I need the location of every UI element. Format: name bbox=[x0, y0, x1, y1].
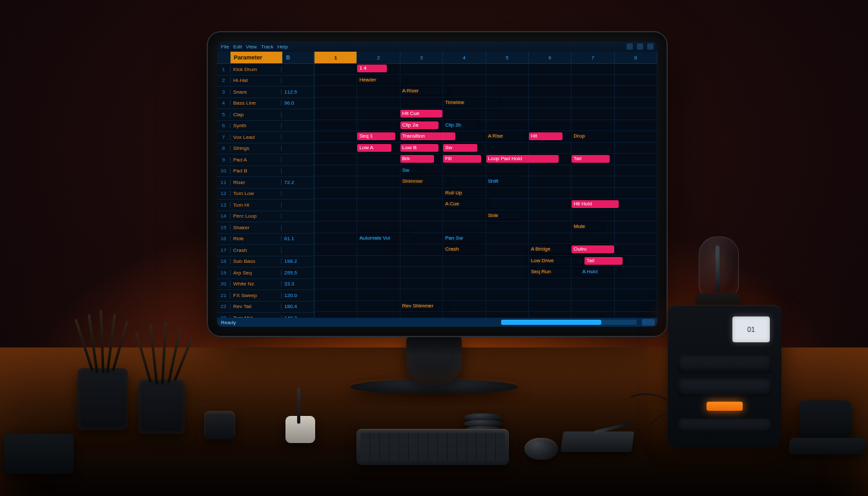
time-column-header[interactable]: 8 bbox=[615, 52, 657, 63]
timeline-clip[interactable]: Loop Pad Hold bbox=[486, 155, 559, 163]
track-row[interactable]: 15ShakerGate bbox=[217, 222, 314, 234]
track-row[interactable]: 10Pad BPad Sw bbox=[217, 166, 314, 178]
timeline-lane[interactable]: Timeline bbox=[315, 98, 657, 109]
menu-item[interactable]: Track bbox=[261, 44, 274, 50]
timeline-clip[interactable]: Hit Cue bbox=[400, 110, 443, 118]
timeline-lanes[interactable]: 1 4HeaderA RiserTimelineHit CueClip 2aCl… bbox=[315, 63, 657, 318]
timeline-lane[interactable]: Sw bbox=[315, 165, 657, 177]
track-row[interactable]: 1Kick DrumIntro bbox=[217, 64, 314, 76]
timeline-clip[interactable]: 1 4 bbox=[357, 65, 387, 72]
timeline-clip[interactable]: Side bbox=[486, 212, 524, 220]
track-row[interactable]: 9Pad ABreak bbox=[217, 154, 314, 166]
track-row[interactable]: 11Riser72.2 bbox=[217, 177, 314, 189]
timeline-clip[interactable]: Shimmer bbox=[400, 178, 447, 185]
track-row[interactable]: 17CrashMute bbox=[217, 245, 314, 256]
menu-item[interactable]: File bbox=[221, 44, 229, 50]
timeline-clip[interactable]: Low A bbox=[357, 144, 391, 152]
timeline-clip[interactable]: A Riser bbox=[400, 87, 447, 95]
timeline-lane[interactable]: Rev Shimmer bbox=[315, 301, 657, 313]
time-column-header[interactable]: 7 bbox=[572, 52, 614, 63]
track-row[interactable]: 4Bass Line96.0 bbox=[217, 98, 314, 110]
timeline-clip[interactable]: Hit Hold bbox=[572, 200, 618, 208]
track-row[interactable]: 7Vox LeadPattern A bbox=[217, 132, 314, 143]
timeline-panel[interactable]: 12345678 1 4HeaderA RiserTimelineHit Cue… bbox=[315, 52, 657, 318]
time-column-header[interactable]: 5 bbox=[486, 52, 529, 63]
window-min-button[interactable] bbox=[626, 43, 633, 50]
timeline-lane[interactable]: A CueHit Hold bbox=[315, 199, 657, 211]
timeline-lane[interactable]: CrashA BridgeOutro bbox=[315, 244, 657, 256]
time-column-header[interactable]: 6 bbox=[529, 52, 572, 63]
timeline-clip[interactable]: Crash bbox=[443, 245, 481, 253]
timeline-clip[interactable]: Roll Up bbox=[443, 189, 490, 197]
window-max-button[interactable] bbox=[637, 43, 643, 50]
track-row[interactable]: 8StringsHold Low bbox=[217, 143, 314, 155]
timeline-lane[interactable]: Side bbox=[315, 211, 657, 222]
timeline-clip[interactable]: Pan Sw bbox=[443, 234, 486, 242]
timeline-clip[interactable]: A Rise bbox=[486, 132, 529, 140]
timeline-clip[interactable]: Fill bbox=[443, 155, 481, 163]
timeline-lane[interactable]: Clip 2aClip 2b bbox=[315, 120, 657, 132]
track-row[interactable]: 3Snare112.5 bbox=[217, 87, 314, 98]
timeline-clip[interactable]: Clip 2a bbox=[400, 121, 439, 129]
timeline-clip[interactable]: A Bridge bbox=[529, 245, 575, 253]
col-header-val[interactable]: B bbox=[283, 52, 314, 63]
track-row[interactable]: 21FX Sweep120.0 bbox=[217, 290, 314, 302]
timeline-ruler[interactable]: 12345678 bbox=[315, 52, 657, 64]
track-row[interactable]: 2Hi-HatVerse 1 bbox=[217, 76, 314, 87]
timeline-lane[interactable] bbox=[315, 312, 657, 318]
timeline-clip[interactable]: Shift bbox=[486, 178, 524, 185]
menu-item[interactable]: View bbox=[246, 44, 257, 50]
timeline-clip[interactable]: Seq Run bbox=[529, 268, 575, 276]
timeline-clip[interactable]: Hit bbox=[529, 132, 563, 140]
timeline-lane[interactable] bbox=[315, 278, 657, 290]
timeline-clip[interactable]: Rev Shimmer bbox=[400, 302, 447, 310]
timeline-clip[interactable]: Outro bbox=[572, 245, 614, 253]
track-row[interactable]: 19Arp Seq255.5 bbox=[217, 267, 314, 279]
timeline-lane[interactable]: Roll Up bbox=[315, 188, 657, 200]
timeline-lane[interactable]: Seq 1TransitionA RiseHitDrop bbox=[315, 131, 657, 143]
timeline-lane[interactable]: Automate VolPan Sw bbox=[315, 233, 657, 245]
time-column-header[interactable]: 2 bbox=[357, 52, 400, 63]
timeline-lane[interactable]: 1 4 bbox=[315, 63, 657, 75]
time-column-header[interactable]: 3 bbox=[400, 52, 443, 63]
track-row[interactable]: 18Sub Bass198.2 bbox=[217, 256, 314, 268]
timeline-lane[interactable]: BrkFillLoop Pad HoldTail bbox=[315, 154, 657, 165]
track-row[interactable]: 22Rev Tail180.4 bbox=[217, 302, 314, 313]
timeline-clip[interactable]: Transition bbox=[400, 132, 456, 140]
timeline-lane[interactable]: ShimmerShift bbox=[315, 176, 657, 188]
track-row[interactable]: 16Ride61.1 bbox=[217, 234, 314, 245]
menu-item[interactable]: Edit bbox=[233, 44, 242, 50]
timeline-clip[interactable]: A Hold bbox=[581, 268, 619, 276]
menu-item[interactable]: Help bbox=[278, 44, 288, 50]
timeline-clip[interactable]: Automate Vol bbox=[357, 234, 413, 242]
timeline-lane[interactable] bbox=[315, 289, 657, 301]
time-column-header[interactable]: 4 bbox=[443, 52, 486, 63]
timeline-clip[interactable]: Clip 2b bbox=[443, 121, 477, 129]
timeline-lane[interactable]: A Riser bbox=[315, 86, 657, 98]
playback-progress[interactable] bbox=[501, 320, 637, 325]
timeline-clip[interactable]: Drop bbox=[572, 132, 610, 140]
track-row[interactable]: 14Perc LoopChorus bbox=[217, 211, 314, 223]
timeline-clip[interactable]: Low B bbox=[400, 144, 439, 152]
timeline-clip[interactable]: Sw bbox=[400, 167, 422, 174]
col-header-name[interactable]: Parameter bbox=[231, 52, 283, 63]
timeline-clip[interactable]: Brk bbox=[400, 155, 434, 163]
timeline-clip[interactable]: Tail bbox=[584, 257, 623, 265]
timeline-clip[interactable]: Low Drive bbox=[529, 257, 584, 265]
timeline-clip[interactable]: Tail bbox=[572, 155, 610, 163]
window-close-button[interactable] bbox=[647, 43, 654, 50]
timeline-clip[interactable]: Timeline bbox=[443, 99, 499, 107]
timeline-lane[interactable]: Header bbox=[315, 75, 657, 87]
timeline-lane[interactable]: Seq RunA Hold bbox=[315, 267, 657, 278]
track-row[interactable]: 20White Nz33.3 bbox=[217, 279, 314, 291]
timeline-clip[interactable]: Seq 1 bbox=[357, 132, 395, 140]
track-row[interactable]: 12Tom LowFill 1 bbox=[217, 189, 314, 200]
timeline-lane[interactable]: Low ALow BSw bbox=[315, 143, 657, 154]
time-column-header[interactable]: 1 bbox=[315, 52, 357, 63]
timeline-lane[interactable]: Hit Cue bbox=[315, 108, 657, 120]
timeline-lane[interactable]: Mute bbox=[315, 222, 657, 233]
timeline-lane[interactable]: Low DriveTail bbox=[315, 256, 657, 267]
track-row[interactable]: 13Tom HiGate bbox=[217, 200, 314, 211]
timeline-clip[interactable]: Mute bbox=[572, 223, 601, 231]
timeline-clip[interactable]: A Cue bbox=[443, 200, 486, 208]
